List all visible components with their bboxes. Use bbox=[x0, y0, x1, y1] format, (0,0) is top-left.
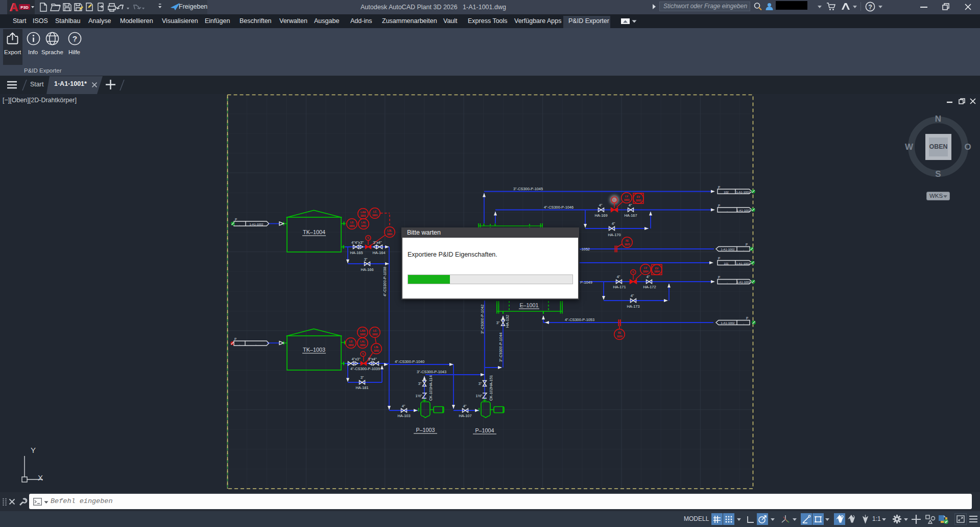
svg-text:HA-165: HA-165 bbox=[350, 250, 363, 255]
svg-text:X: X bbox=[38, 473, 43, 482]
svg-text:3"-C9300-P-1042: 3"-C9300-P-1042 bbox=[480, 305, 485, 334]
svg-text:TK–1004: TK–1004 bbox=[303, 229, 325, 235]
svg-text:1-A1-1002: 1-A1-1002 bbox=[736, 209, 750, 212]
svg-text:P: P bbox=[718, 186, 720, 189]
svg-text:1-A1-1002: 1-A1-1002 bbox=[721, 322, 734, 325]
svg-text:3"x4": 3"x4" bbox=[373, 240, 382, 245]
svg-text:E–1001: E–1001 bbox=[519, 302, 538, 308]
svg-text:P–1003: P–1003 bbox=[416, 427, 435, 433]
svg-text:P–1004: P–1004 bbox=[475, 427, 494, 433]
svg-text:TK–1003: TK–1003 bbox=[303, 347, 325, 353]
svg-text:HA-164: HA-164 bbox=[372, 250, 385, 255]
svg-text:LAH: LAH bbox=[360, 330, 365, 332]
svg-text:LC: LC bbox=[373, 330, 377, 332]
svg-text:1-A1-1002: 1-A1-1002 bbox=[736, 262, 750, 265]
svg-text:3"-CS300-P-1045: 3"-CS300-P-1045 bbox=[513, 187, 543, 191]
svg-text:4"-CS300-P-1038: 4"-CS300-P-1038 bbox=[383, 267, 387, 296]
svg-text:101: 101 bbox=[724, 262, 729, 265]
svg-text:102: 102 bbox=[724, 191, 729, 194]
svg-text:LV: LV bbox=[644, 267, 648, 269]
svg-text:?: ? bbox=[73, 34, 77, 43]
svg-text:EV: EV bbox=[637, 196, 640, 198]
svg-text:HA-170: HA-170 bbox=[608, 233, 620, 237]
svg-text:4": 4" bbox=[631, 293, 634, 298]
svg-text:HA-107: HA-107 bbox=[459, 414, 471, 418]
svg-text:4": 4" bbox=[402, 404, 405, 408]
svg-text:1001: 1001 bbox=[349, 225, 355, 227]
svg-text:HA-169: HA-169 bbox=[594, 213, 607, 218]
svg-text:4": 4" bbox=[612, 221, 615, 226]
svg-text:HA-167: HA-167 bbox=[624, 213, 637, 218]
svg-text:HA-181: HA-181 bbox=[355, 385, 368, 390]
svg-text:4"-CS300-P-1040: 4"-CS300-P-1040 bbox=[395, 359, 424, 364]
svg-text:1-A1-1002: 1-A1-1002 bbox=[736, 191, 750, 194]
svg-text:3"-C9300-P-1044: 3"-C9300-P-1044 bbox=[498, 333, 503, 362]
svg-text:1003: 1003 bbox=[636, 199, 641, 202]
svg-text:1024: 1024 bbox=[617, 335, 623, 338]
svg-text:CK-101HA-114: CK-101HA-114 bbox=[428, 375, 433, 401]
svg-text:3"-CS300-P-1043: 3"-CS300-P-1043 bbox=[417, 370, 446, 374]
svg-text:LAL: LAL bbox=[361, 221, 366, 224]
svg-text:1002: 1002 bbox=[348, 344, 354, 347]
svg-text:HA-132: HA-132 bbox=[505, 315, 510, 328]
svg-text:P: P bbox=[234, 337, 236, 341]
svg-text:1001: 1001 bbox=[387, 233, 393, 236]
svg-text:4"4"x3": 4"4"x3" bbox=[351, 240, 364, 245]
svg-text:HA-173: HA-173 bbox=[627, 304, 639, 309]
svg-text:CK-102HA-151: CK-102HA-151 bbox=[489, 375, 493, 401]
svg-text:3": 3" bbox=[479, 381, 482, 386]
svg-text:3": 3" bbox=[364, 257, 368, 262]
svg-text:LSL: LSL bbox=[387, 230, 392, 232]
svg-text:LAL: LAL bbox=[360, 340, 365, 343]
svg-text:HA-171: HA-171 bbox=[613, 285, 626, 289]
svg-text:P: P bbox=[235, 218, 237, 221]
svg-text:P: P bbox=[746, 243, 748, 246]
svg-text:4"x3": 4"x3" bbox=[351, 357, 361, 361]
svg-text:P: P bbox=[718, 276, 720, 279]
svg-text:P3D: P3D bbox=[20, 5, 29, 10]
svg-text:LC: LC bbox=[373, 211, 377, 213]
svg-text:Y: Y bbox=[31, 446, 36, 454]
svg-text:1004: 1004 bbox=[654, 270, 660, 273]
svg-text:3": 3" bbox=[361, 375, 364, 380]
svg-text:1-A1-1002: 1-A1-1002 bbox=[736, 281, 750, 284]
svg-text:LSL: LSL bbox=[374, 346, 378, 349]
svg-text:1004: 1004 bbox=[643, 270, 649, 273]
svg-text:1001: 1001 bbox=[361, 215, 366, 217]
svg-text:LAH: LAH bbox=[361, 211, 366, 214]
svg-text:P: P bbox=[746, 316, 748, 320]
svg-text:1001: 1001 bbox=[372, 214, 378, 217]
svg-text:4"-CS300-P-1039: 4"-CS300-P-1039 bbox=[350, 366, 380, 371]
svg-text:3"x4": 3"x4" bbox=[368, 357, 377, 361]
svg-text:HA-172: HA-172 bbox=[643, 285, 656, 289]
svg-text:1001: 1001 bbox=[361, 225, 367, 227]
svg-text:1½": 1½" bbox=[476, 394, 483, 398]
svg-text:4"-CS300-P-1053: 4"-CS300-P-1053 bbox=[565, 317, 594, 322]
svg-text:3": 3" bbox=[418, 381, 422, 386]
svg-text:EV: EV bbox=[655, 267, 659, 270]
svg-text:P: P bbox=[718, 257, 720, 260]
svg-text:LG: LG bbox=[350, 221, 354, 224]
svg-text:1002: 1002 bbox=[360, 344, 366, 347]
svg-text:P: P bbox=[718, 204, 720, 208]
svg-text:P-1049: P-1049 bbox=[580, 280, 592, 285]
svg-text:1-A1-1002: 1-A1-1002 bbox=[249, 223, 263, 226]
svg-text:HA-166: HA-166 bbox=[361, 267, 373, 272]
svg-text:-1052: -1052 bbox=[580, 247, 590, 251]
svg-text:1002: 1002 bbox=[360, 333, 366, 336]
svg-text:4": 4" bbox=[647, 274, 650, 279]
svg-text:3": 3" bbox=[496, 320, 500, 325]
svg-text:1½": 1½" bbox=[416, 394, 422, 398]
svg-text:1023: 1023 bbox=[625, 243, 630, 246]
svg-text:?: ? bbox=[868, 4, 872, 11]
svg-text:FE: FE bbox=[626, 240, 629, 242]
svg-text:4"-CS300-P-1046: 4"-CS300-P-1046 bbox=[544, 205, 573, 210]
svg-text:1002: 1002 bbox=[372, 333, 378, 336]
svg-text:1-A1-1002: 1-A1-1002 bbox=[721, 248, 734, 251]
svg-text:4": 4" bbox=[599, 203, 603, 208]
svg-text:FE: FE bbox=[618, 332, 622, 334]
svg-text:1003: 1003 bbox=[624, 199, 630, 201]
svg-text:HA-103: HA-103 bbox=[397, 414, 410, 418]
svg-text:LG: LG bbox=[349, 340, 353, 343]
svg-text:4": 4" bbox=[629, 203, 632, 208]
